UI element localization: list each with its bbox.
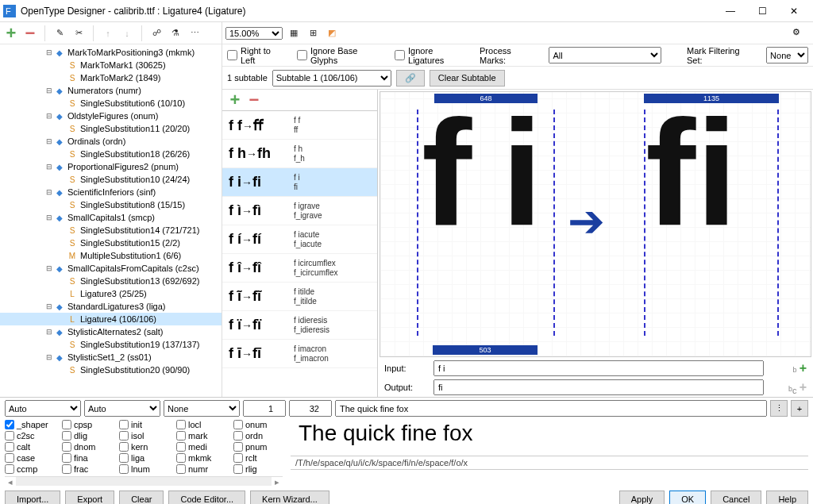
tool-icon[interactable]: ⚗ [168,25,183,41]
add-lig-icon[interactable]: + [227,92,243,108]
tree-node[interactable]: SSingleSubstitution6 (10/10) [0,97,222,110]
feature-checkbox: pnum [233,441,289,452]
sample-text: The quick fine fox [291,419,808,451]
tree-node[interactable]: ⊟◆Ordinals (ordn) [0,135,222,148]
add-output-icon[interactable]: + [800,380,807,394]
tree-node[interactable]: ⊟◆Numerators (numr) [0,84,222,97]
tree-node[interactable]: ⊟◆StandardLigatures3 (liga) [0,300,222,313]
tool-icon[interactable]: ✎ [52,25,67,41]
subtable-select[interactable]: Subtable 1 (106/106) [272,70,391,87]
tree-node[interactable]: SSingleSubstitution8 (15/15) [0,198,222,211]
code-editor-button[interactable]: Code Editor... [168,491,245,504]
sample-input[interactable] [335,400,767,417]
apply-button[interactable]: Apply [619,491,665,504]
remove-lig-icon[interactable]: − [246,92,262,108]
link-button[interactable]: 🔗 [396,70,425,87]
gear-icon[interactable]: ⚙ [792,27,807,41]
tree-node[interactable]: SMarkToMark2 (1849) [0,71,222,84]
tool-icon[interactable]: ⋯ [187,25,202,41]
tree-node[interactable]: ⊟◆ProportionalFigures2 (pnum) [0,160,222,173]
tree-node[interactable]: SSingleSubstitution19 (137/137) [0,338,222,351]
ligature-row[interactable]: f ì→fìf igravef_igrave [222,197,377,225]
add-input-icon[interactable]: + [800,361,807,375]
title-bar: F OpenType Designer - calibrib.ttf : Lig… [0,0,813,22]
minimize-button[interactable]: — [715,1,746,21]
tool-icon[interactable]: ☍ [148,25,164,41]
arrow-down-icon[interactable]: ↓ [119,25,135,41]
tree-node[interactable]: SSingleSubstitution15 (2/2) [0,237,222,249]
maximize-button[interactable]: ☐ [746,1,778,21]
sel2[interactable]: Auto [84,400,160,417]
close-button[interactable]: ✕ [778,1,810,21]
ok-button[interactable]: OK [669,491,706,504]
dropdown-button[interactable]: ⋮ [770,400,788,417]
tree-node[interactable]: LLigature3 (25/25) [0,287,222,300]
arrow-up-icon[interactable]: ↑ [100,25,116,41]
tree-node[interactable]: SMarkToMark1 (30625) [0,59,222,71]
ligature-row[interactable]: f ī→fīf imacronf_imacron [222,340,377,368]
feature-checkbox: lnum [119,464,175,475]
zoom-fit-icon[interactable]: ▦ [286,25,302,41]
sel3[interactable]: None [164,400,240,417]
input-field[interactable] [433,360,764,376]
export-button[interactable]: Export [65,491,114,504]
num1-input[interactable] [243,400,286,417]
output-field[interactable] [433,379,764,395]
help-button[interactable]: Help [766,491,808,504]
ligature-row[interactable]: f i→ﬁf ifi [222,168,377,197]
clear-button[interactable]: Clear [119,491,164,504]
tree-node[interactable]: SSingleSubstitution14 (721/721) [0,224,222,237]
tree-node[interactable]: LLigature4 (106/106) [0,313,222,325]
mfs-select[interactable]: None [766,47,808,63]
rtl-checkbox[interactable] [227,50,237,60]
feature-checkbox: locl [176,419,232,430]
tool-icon[interactable]: ✂ [71,25,87,41]
tree-node[interactable]: SSingleSubstitution13 (692/692) [0,275,222,287]
feature-checkbox: case [5,452,60,464]
feature-checkbox: kern [119,441,175,452]
tree-node[interactable]: SSingleSubstitution11 (20/20) [0,122,222,135]
ligature-row[interactable]: f ĩ→fĩf itildef_itilde [222,283,377,311]
import-button[interactable]: Import... [5,491,60,504]
kern-wizard-button[interactable]: Kern Wizard... [250,491,329,504]
cancel-button[interactable]: Cancel [711,491,761,504]
input-label: Input: [384,364,427,373]
option-row: Right to Left Ignore Base Glyphs Ignore … [222,44,813,67]
ilig-label: Ignore Ligatures [408,46,467,65]
tree-node[interactable]: SSingleSubstitution18 (26/26) [0,148,222,160]
ligature-row[interactable]: f í→fíf iacutef_iacute [222,225,377,254]
feature-grid: _shapercpspinitloclonumc2scdligisolmarko… [5,419,283,475]
ibg-checkbox[interactable] [297,50,307,60]
ligature-row[interactable]: f ï→fïf idieresisf_idieresis [222,311,377,340]
ligature-row[interactable]: f î→fîf icircumflexf_icircumflex [222,254,377,283]
feature-checkbox: numr [176,464,232,475]
tree-node[interactable]: ⊟◆StylisticSet1_2 (ss01) [0,351,222,364]
tool-icon[interactable]: ◩ [324,25,340,41]
grid-icon[interactable]: ⊞ [305,25,321,41]
tree-node[interactable]: SSingleSubstitution10 (24/24) [0,173,222,186]
tree-node[interactable]: SSingleSubstitution20 (90/90) [0,364,222,376]
feature-checkbox: dlig [62,430,118,441]
ilig-checkbox[interactable] [395,50,405,60]
tree-node[interactable]: ⊟◆StylisticAlternates2 (salt) [0,325,222,338]
remove-icon[interactable]: − [22,25,38,41]
tree-node[interactable]: ⊟◆SmallCapitalsFromCapitals (c2sc) [0,262,222,275]
zoom-select[interactable]: 15.00% [225,27,283,40]
ligature-row[interactable]: f h→fhf hf_h [222,140,377,168]
tree-node[interactable]: ⊟◆OldstyleFigures (onum) [0,110,222,122]
add-sample-button[interactable]: + [791,400,808,417]
sel1[interactable]: Auto [5,400,81,417]
feature-tree: ⊟◆MarkToMarkPositioning3 (mkmk)SMarkToMa… [0,44,222,397]
process-marks-select[interactable]: All [549,47,661,63]
glyph-canvas[interactable]: 648 1135 f i ➔ ﬁ 503 [380,91,811,357]
add-icon[interactable]: + [3,25,19,41]
tree-node[interactable]: ⊟◆MarkToMarkPositioning3 (mkmk) [0,46,222,59]
tree-node[interactable]: MMultipleSubstitution1 (6/6) [0,249,222,262]
feature-checkbox: frac [62,464,118,475]
ligature-row[interactable]: f f→ﬀf fff [222,111,377,140]
clear-subtable-button[interactable]: Clear Subtable [430,70,505,87]
num2-input[interactable] [289,400,332,417]
tree-node[interactable]: ⊟◆SmallCapitals1 (smcp) [0,211,222,224]
feature-scrollbar[interactable]: ◂▸ [5,476,283,486]
tree-node[interactable]: ⊟◆ScientificInferiors (sinf) [0,186,222,198]
